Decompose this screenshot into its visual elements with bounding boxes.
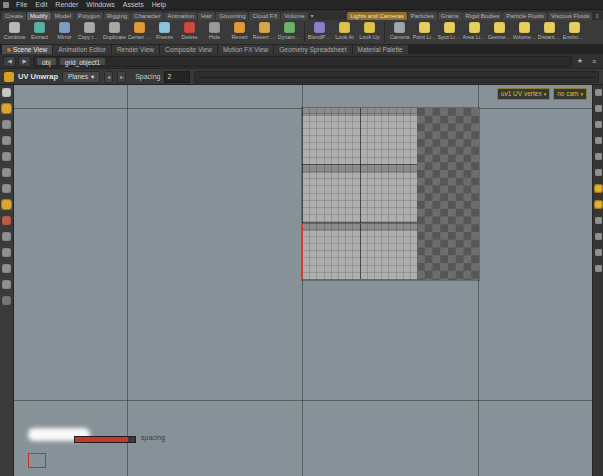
lighting-icon[interactable]: [595, 217, 602, 224]
tool-point-light[interactable]: Point Light: [412, 21, 437, 41]
select-tool-icon[interactable]: [2, 88, 11, 97]
view-mode-icon[interactable]: [595, 121, 602, 128]
tool-combine[interactable]: Combine: [2, 21, 27, 41]
uv-viewport[interactable]: uv1 UV vertex ▾ no cam ▾ spacing: [14, 85, 592, 476]
pose-tool-icon[interactable]: [2, 168, 11, 177]
tool-delete[interactable]: Delete: [177, 21, 202, 41]
scale-tool-icon[interactable]: [2, 152, 11, 161]
menu-item[interactable]: Help: [148, 0, 170, 9]
shelf-tab[interactable]: Grooming: [216, 12, 248, 20]
tool-look-at[interactable]: Look At: [332, 21, 357, 41]
uv-attribute-menu[interactable]: uv1 UV vertex ▾: [497, 88, 550, 100]
point-mode-icon[interactable]: [2, 248, 11, 257]
path-segment[interactable]: obj: [36, 57, 57, 66]
pane-tab[interactable]: Scene View: [2, 45, 52, 54]
menu-item[interactable]: Render: [51, 0, 82, 9]
tool-center-pivot[interactable]: Center Pivot: [127, 21, 152, 41]
tool-area-light[interactable]: Area Light: [462, 21, 487, 41]
back-button[interactable]: ◀: [3, 56, 16, 67]
tool-distant-light[interactable]: Distant Light: [537, 21, 562, 41]
tool-revert[interactable]: Revert: [227, 21, 252, 41]
tool-mirror[interactable]: Mirror: [52, 21, 77, 41]
shadows-icon[interactable]: [595, 233, 602, 240]
tool-copy-to-points[interactable]: Copy to Poi...: [77, 21, 102, 41]
pane-tab[interactable]: Animation Editor: [53, 45, 111, 54]
shelf-tab[interactable]: Particle Fluids: [503, 12, 547, 20]
tool-look-up[interactable]: Look Up: [357, 21, 382, 41]
tool-environment-light[interactable]: Environme...: [562, 21, 587, 41]
planes-dropdown[interactable]: Planes ▾: [62, 71, 100, 83]
rotate-tool-icon[interactable]: [2, 136, 11, 145]
pane-tab[interactable]: Material Palette: [353, 45, 408, 54]
shelf-more-icon[interactable]: ▾: [309, 12, 316, 20]
shelf-tool-icon: [134, 22, 145, 33]
tool-revert-blend[interactable]: Revert Blend: [252, 21, 277, 41]
secure-selection-icon[interactable]: [2, 104, 11, 113]
pane-tab[interactable]: Geometry Spreadsheet: [274, 45, 351, 54]
forward-button[interactable]: ▶: [18, 56, 31, 67]
edge-mode-icon[interactable]: [2, 264, 11, 273]
menu-item[interactable]: Edit: [31, 0, 51, 9]
primitive-mode-icon[interactable]: [2, 280, 11, 289]
menu-item[interactable]: Windows: [82, 0, 118, 9]
camera-menu[interactable]: no cam ▾: [553, 88, 587, 100]
pathbar-menu-icon[interactable]: ≡: [588, 56, 600, 67]
tool-blendpose[interactable]: BlendPose: [307, 21, 332, 41]
uv-overlay-icon[interactable]: [595, 201, 602, 208]
frame-selected-icon[interactable]: [595, 105, 602, 112]
shelf-tab[interactable]: Model: [52, 12, 74, 20]
spin-right-button[interactable]: ▸: [117, 71, 126, 83]
shelf-tab[interactable]: Rigid Bodies: [463, 12, 503, 20]
shelf-tab[interactable]: Volume: [281, 12, 307, 20]
tool-camera[interactable]: Camera: [387, 21, 412, 41]
group-select-icon[interactable]: [2, 232, 11, 241]
bookmark-icon[interactable]: ★: [574, 56, 586, 67]
sticky-select-icon[interactable]: [2, 216, 11, 225]
pane-tab[interactable]: Motion FX View: [218, 45, 273, 54]
uv-tool-icon[interactable]: [2, 200, 11, 209]
shelf-tab[interactable]: Hair: [198, 12, 215, 20]
translate-tool-icon[interactable]: [2, 120, 11, 129]
viewport-layout-icon[interactable]: [595, 265, 602, 272]
tool-extract[interactable]: Extract: [27, 21, 52, 41]
hud-spacing-slider[interactable]: [74, 436, 136, 443]
menu-item[interactable]: File: [12, 0, 31, 9]
spacing-slider[interactable]: [194, 71, 599, 83]
view-home-icon[interactable]: [595, 89, 602, 96]
tool-spot-light[interactable]: Spot Light: [437, 21, 462, 41]
pane-tab[interactable]: Composite View: [160, 45, 217, 54]
path-field[interactable]: objgrid_object1: [33, 56, 572, 67]
tool-dynamic-parent[interactable]: Dynamic Pa...: [277, 21, 302, 41]
pane-tab[interactable]: Render View: [112, 45, 159, 54]
tool-duplicate[interactable]: Duplicate: [102, 21, 127, 41]
shelf-tab[interactable]: Polygon: [75, 12, 103, 20]
shelf-tab[interactable]: Create: [2, 12, 26, 20]
shelf-tab[interactable]: Modify: [27, 12, 51, 20]
tool-freeze[interactable]: Freeze: [152, 21, 177, 41]
grid-toggle-icon[interactable]: [595, 185, 602, 192]
more-tools-icon[interactable]: [2, 296, 11, 305]
spin-left-button[interactable]: ◂: [104, 71, 113, 83]
shade-mode-icon[interactable]: [595, 137, 602, 144]
modify-tool-group: Combine Extract Mirror Copy to Poi... Du…: [2, 21, 302, 41]
shelf-tab[interactable]: Rigging: [104, 12, 130, 20]
tool-geometry-light[interactable]: Geometry L...: [487, 21, 512, 41]
shelf-tool-icon: [519, 22, 530, 33]
wireframe-icon[interactable]: [595, 153, 602, 160]
display-options-icon[interactable]: [595, 249, 602, 256]
shelf-tab[interactable]: Particles: [408, 12, 437, 20]
snap-toggle-icon[interactable]: [2, 184, 11, 193]
shelf-menu-icon[interactable]: ≡: [593, 12, 601, 20]
shelf-tab[interactable]: Character: [131, 12, 163, 20]
shelf-tab[interactable]: Viscous Fluids: [548, 12, 593, 20]
shelf-tab[interactable]: Lights and Cameras: [347, 12, 407, 20]
shelf-tab[interactable]: Animation: [164, 12, 197, 20]
path-segment[interactable]: grid_object1: [59, 57, 106, 66]
shelf-tab[interactable]: Cloud FX: [249, 12, 280, 20]
menu-item[interactable]: Assets: [119, 0, 148, 9]
snapshot-icon[interactable]: [595, 169, 602, 176]
tool-hide[interactable]: Hide: [202, 21, 227, 41]
spacing-input[interactable]: [164, 71, 190, 83]
shelf-tab[interactable]: Grains: [438, 12, 462, 20]
tool-volume-light[interactable]: Volume Light: [512, 21, 537, 41]
